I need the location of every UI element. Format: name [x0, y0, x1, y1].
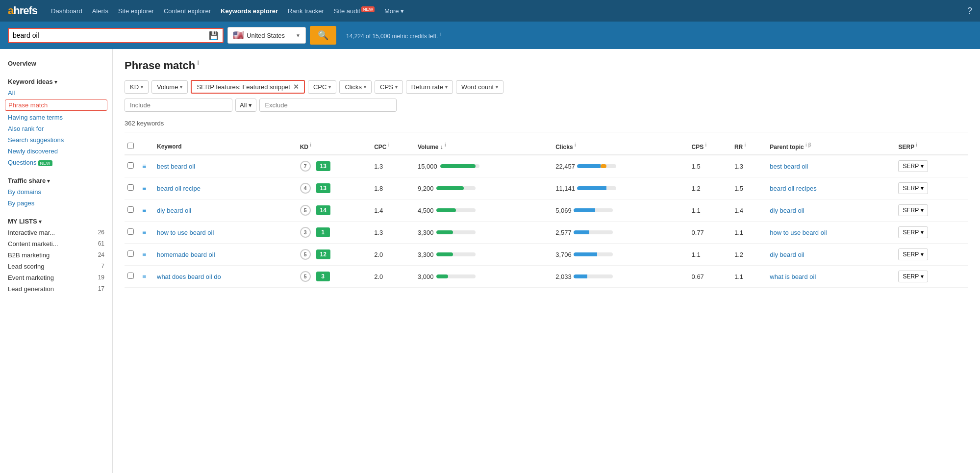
row-checkbox-4[interactable]	[127, 250, 134, 257]
logo[interactable]: ahrefs	[8, 4, 37, 17]
cps-filter-button[interactable]: CPS ▾	[375, 80, 403, 94]
nav-site-audit[interactable]: Site auditNEW	[334, 7, 375, 15]
clicks-cell-3: 2,577	[553, 222, 688, 244]
parent-topic-link-4[interactable]: diy beard oil	[770, 251, 804, 258]
serp-arrow-icon-1: ▾	[921, 185, 924, 192]
cpc-cell-1: 1.8	[371, 177, 415, 199]
credits-text: 14,224 of 15,000 metric credits left. i	[346, 31, 441, 40]
parent-topic-link-1[interactable]: beard oil recipes	[770, 185, 816, 192]
country-select[interactable]: 🇺🇸 United States ▼	[227, 27, 306, 44]
sidebar-item-newly-discovered[interactable]: Newly discovered	[0, 146, 112, 157]
nav-more[interactable]: More ▾	[384, 7, 404, 15]
serp-button-3[interactable]: SERP ▾	[898, 226, 928, 238]
clicks-cell-4: 3,706	[553, 244, 688, 266]
sidebar-item-all[interactable]: All	[0, 87, 112, 99]
rr-cell-0: 1.3	[731, 155, 767, 177]
sidebar-traffic-share-title[interactable]: Traffic share	[0, 174, 112, 186]
keyword-link-3[interactable]: how to use beard oil	[157, 229, 214, 236]
cpc-cell-2: 1.4	[371, 199, 415, 222]
nav-keywords-explorer[interactable]: Keywords explorer	[221, 7, 278, 15]
parent-topic-link-5[interactable]: what is beard oil	[770, 273, 816, 280]
serp-button-2[interactable]: SERP ▾	[898, 204, 928, 216]
serp-button-0[interactable]: SERP ▾	[898, 160, 928, 172]
sidebar-my-lists-title[interactable]: MY LISTS	[0, 215, 112, 227]
keyword-link-1[interactable]: beard oil recipe	[157, 185, 201, 192]
title-info-icon[interactable]: i	[197, 59, 199, 67]
sidebar-item-also-rank-for[interactable]: Also rank for	[0, 123, 112, 134]
sidebar-item-search-suggestions[interactable]: Search suggestions	[0, 134, 112, 146]
nav-rank-tracker[interactable]: Rank tracker	[288, 7, 324, 15]
search-input[interactable]: beard oil	[13, 31, 206, 39]
all-select[interactable]: All ▾	[235, 99, 256, 112]
parent-topic-link-0[interactable]: best beard oil	[770, 163, 808, 170]
serp-button-5[interactable]: SERP ▾	[898, 271, 928, 282]
select-all-checkbox[interactable]	[127, 143, 134, 149]
keyword-link-0[interactable]: best beard oil	[157, 163, 195, 170]
list-item-content-marketing[interactable]: Content marketi...61	[0, 238, 112, 249]
keyword-icon-3: ≡	[142, 228, 146, 236]
serp-arrow-icon-0: ▾	[921, 163, 924, 170]
rr-cell-1: 1.5	[731, 177, 767, 199]
include-input[interactable]	[125, 99, 232, 112]
volume-cell-1: 9,200	[415, 177, 553, 199]
search-button[interactable]: 🔍	[310, 26, 336, 45]
cps-cell-1: 1.2	[689, 177, 731, 199]
rr-cell-3: 1.1	[731, 222, 767, 244]
volume-filter-button[interactable]: Volume ▾	[151, 80, 188, 94]
country-flag: 🇺🇸	[233, 30, 244, 41]
serp-button-4[interactable]: SERP ▾	[898, 249, 928, 260]
serp-features-label: SERP features: Featured snippet	[197, 83, 290, 91]
list-item-lead-scoring[interactable]: Lead scoring7	[0, 261, 112, 272]
serp-arrow-icon-2: ▾	[921, 207, 924, 214]
col-header-serp: SERP i	[895, 138, 968, 155]
col-header-kd: KD i	[297, 138, 372, 155]
kd-filter-button[interactable]: KD ▾	[125, 80, 149, 94]
col-header-rr: RR i	[731, 138, 767, 155]
sidebar-item-by-pages[interactable]: By pages	[0, 198, 112, 209]
sidebar-keyword-ideas-title[interactable]: Keyword ideas	[0, 75, 112, 87]
nav-site-explorer[interactable]: Site explorer	[118, 7, 154, 15]
parent-topic-link-3[interactable]: how to use beard oil	[770, 229, 827, 236]
list-item-event-marketing[interactable]: Event marketing19	[0, 272, 112, 283]
list-item-b2b-marketing[interactable]: B2B marketing24	[0, 249, 112, 261]
cpc-filter-button[interactable]: CPC ▾	[308, 80, 336, 94]
nav-content-explorer[interactable]: Content explorer	[164, 7, 211, 15]
row-checkbox-3[interactable]	[127, 228, 134, 235]
nav-alerts[interactable]: Alerts	[92, 7, 108, 15]
include-exclude-row: All ▾	[125, 99, 968, 112]
word-count-filter-button[interactable]: Word count ▾	[456, 80, 503, 94]
return-rate-filter-button[interactable]: Return rate ▾	[406, 80, 453, 94]
difficulty-circle-5: 5	[300, 271, 311, 282]
keyword-link-2[interactable]: diy beard oil	[157, 207, 191, 214]
keyword-link-5[interactable]: what does beard oil do	[157, 273, 221, 280]
serp-arrow-icon-5: ▾	[921, 273, 924, 280]
serp-features-close-button[interactable]: ✕	[293, 83, 299, 91]
nav-dashboard[interactable]: Dashboard	[51, 7, 82, 15]
row-checkbox-2[interactable]	[127, 206, 134, 213]
top-navigation: ahrefs Dashboard Alerts Site explorer Co…	[0, 0, 980, 22]
sidebar-item-questions[interactable]: QuestionsNEW	[0, 157, 112, 168]
list-item-interactive[interactable]: Interactive mar...26	[0, 227, 112, 238]
keyword-icon-0: ≡	[142, 162, 146, 170]
row-checkbox-0[interactable]	[127, 162, 134, 169]
table-row: ≡ homemade beard oil 5 12 2.0 3,300 3,70…	[125, 244, 968, 266]
clicks-filter-button[interactable]: Clicks ▾	[339, 80, 372, 94]
cpc-cell-4: 2.0	[371, 244, 415, 266]
exclude-input[interactable]	[259, 99, 397, 112]
row-checkbox-1[interactable]	[127, 184, 134, 191]
help-icon[interactable]: ?	[967, 6, 972, 16]
clicks-arrow-icon: ▾	[364, 84, 366, 90]
sidebar-item-having-same-terms[interactable]: Having same terms	[0, 112, 112, 123]
sidebar-item-by-domains[interactable]: By domains	[0, 186, 112, 198]
row-checkbox-5[interactable]	[127, 273, 134, 279]
sidebar-item-phrase-match[interactable]: Phrase match	[5, 100, 107, 111]
serp-button-1[interactable]: SERP ▾	[898, 182, 928, 194]
parent-topic-link-2[interactable]: diy beard oil	[770, 207, 804, 214]
keyword-link-4[interactable]: homemade beard oil	[157, 251, 215, 258]
clicks-cell-0: 22,457	[553, 155, 688, 177]
save-icon[interactable]: 💾	[209, 31, 219, 40]
list-item-lead-generation[interactable]: Lead generation17	[0, 283, 112, 295]
difficulty-circle-2: 5	[300, 205, 311, 216]
search-input-wrap: beard oil 💾	[8, 28, 224, 43]
table-row: ≡ best beard oil 7 13 1.3 15,000 22,457	[125, 155, 968, 177]
